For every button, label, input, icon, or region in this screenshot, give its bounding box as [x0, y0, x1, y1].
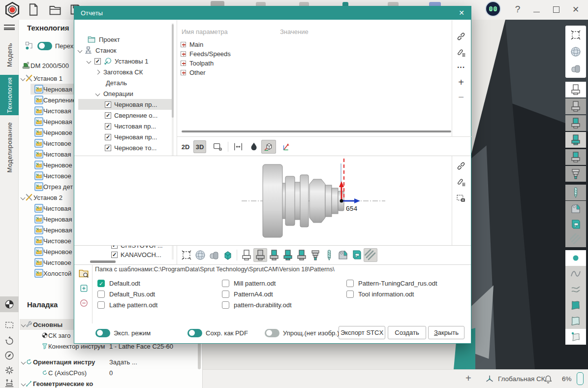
export-mode-toggle[interactable]: [95, 329, 110, 337]
naladka-group-orientation[interactable]: Ориентация инстру Задать ...: [22, 356, 98, 367]
template-remove-icon[interactable]: [79, 298, 89, 308]
dlg-tree-workpiece[interactable]: Заготовка СК: [96, 66, 143, 77]
help-button[interactable]: ?: [512, 3, 524, 16]
dlg-tree-setups[interactable]: Установы 1: [87, 56, 148, 66]
tree-hscrollbar[interactable]: [79, 260, 173, 263]
operation-row[interactable]: Черновая: [34, 116, 72, 127]
tool-item-white[interactable]: [565, 82, 586, 97]
surface-teal-white-button[interactable]: [565, 313, 586, 329]
chevron-down-icon[interactable]: [87, 59, 92, 64]
operation-row[interactable]: Черновое: [34, 246, 72, 257]
dlg-op-row[interactable]: Сверление о...: [105, 110, 157, 121]
dlg-op-row[interactable]: Черновое то...: [105, 142, 156, 153]
operation-row[interactable]: Черновая: [34, 225, 72, 235]
checkbox-unchecked[interactable]: [222, 291, 229, 298]
tool-item-teal-large[interactable]: [565, 132, 586, 148]
checkbox-checked[interactable]: [94, 58, 101, 65]
template-item[interactable]: pattern-durability.odt: [222, 300, 292, 310]
param-row[interactable]: Main: [181, 40, 203, 49]
chevron-down-icon[interactable]: [95, 91, 100, 96]
dialog-close-button[interactable]: ✕: [459, 9, 464, 17]
tool-teal-gray-icon[interactable]: [267, 248, 281, 262]
tool-stepped-icon[interactable]: [309, 248, 322, 262]
dlg-op-row[interactable]: Черновая пр...: [105, 99, 157, 110]
template-item[interactable]: Tool information.odt: [346, 289, 414, 299]
param-row[interactable]: Other: [181, 68, 206, 77]
tab-model[interactable]: Модель: [0, 38, 19, 72]
dlg-tree-project[interactable]: Проект: [87, 34, 120, 45]
operation-row[interactable]: Чистовое: [34, 257, 71, 268]
holder2-icon[interactable]: [350, 248, 364, 262]
snapshot-icon[interactable]: [455, 193, 467, 204]
create-button[interactable]: Создать: [388, 326, 426, 339]
expand-plus-icon[interactable]: [181, 51, 186, 57]
minimize-button[interactable]: [530, 3, 542, 16]
hatch-pattern-button[interactable]: [565, 231, 586, 247]
fit-icon[interactable]: [180, 248, 193, 262]
dimensions-icon[interactable]: [232, 140, 245, 153]
add-parameter-icon[interactable]: +: [455, 76, 467, 88]
cube-icon[interactable]: [221, 248, 235, 262]
link-icon[interactable]: [455, 160, 467, 172]
remove-parameter-icon[interactable]: −: [455, 91, 467, 103]
dlg-op-row[interactable]: Чистовая пр...: [105, 121, 156, 131]
point-marker-button[interactable]: [565, 250, 586, 266]
more-options-icon[interactable]: ···: [455, 62, 467, 73]
param-row[interactable]: Feeds/Speeds: [181, 49, 231, 59]
naladka-row-cs[interactable]: СК заго: [41, 330, 70, 341]
fit-view-button[interactable]: [565, 27, 586, 43]
dlg-op-row[interactable]: Черновая пр...: [105, 131, 157, 142]
param-hscrollbar[interactable]: [182, 130, 451, 132]
template-item[interactable]: Lathe pattern.odt: [97, 300, 157, 310]
naladka-row-axis[interactable]: C (AxisCPos) 0: [41, 367, 87, 378]
operation-row[interactable]: Чистовое: [34, 170, 71, 181]
template-item[interactable]: Pattern-TuningCard_rus.odt: [346, 278, 437, 288]
orientation-set-link[interactable]: Задать ...: [109, 358, 137, 366]
checkbox-checked[interactable]: [105, 112, 111, 119]
shading-droplet-icon[interactable]: [248, 140, 260, 153]
axes-view-icon[interactable]: [280, 140, 293, 153]
zoom-level[interactable]: 6%: [562, 375, 572, 383]
datum-tool-button[interactable]: [0, 296, 19, 312]
cube-axes-icon[interactable]: [261, 140, 276, 154]
checkbox-checked[interactable]: [105, 145, 111, 151]
checkbox-checked[interactable]: [105, 123, 111, 129]
template-item[interactable]: Default.odt: [97, 278, 140, 288]
rotate-view-button[interactable]: [0, 333, 19, 349]
operation-row[interactable]: Сверление: [34, 95, 76, 105]
new-document-button[interactable]: [27, 3, 40, 16]
part-preview[interactable]: G54: [74, 156, 451, 245]
operation-row[interactable]: Черновая: [34, 214, 72, 225]
selection-frame-button[interactable]: [0, 317, 19, 333]
operation-row[interactable]: Чистовое: [34, 235, 71, 246]
hatch-icon[interactable]: [364, 248, 377, 262]
drill-icon[interactable]: [322, 248, 336, 262]
checkbox-checked[interactable]: [105, 134, 111, 140]
main-menu-button[interactable]: [4, 25, 15, 30]
checkbox-checked[interactable]: [111, 252, 118, 258]
checkbox-unchecked[interactable]: [222, 301, 229, 309]
tool-item-stepped[interactable]: [565, 166, 586, 182]
checkbox-unchecked[interactable]: [222, 280, 229, 287]
checkbox-unchecked[interactable]: [97, 291, 105, 298]
assistant-robot-icon[interactable]: 0 0: [485, 1, 501, 17]
operation-row[interactable]: Черновая: [34, 84, 72, 95]
simplified-toggle[interactable]: [265, 329, 279, 337]
maximize-button[interactable]: [550, 3, 562, 16]
open-project-button[interactable]: [48, 3, 62, 17]
template-item[interactable]: PatternA4.odt: [222, 289, 273, 299]
expand-plus-icon[interactable]: [181, 42, 186, 47]
export-stcx-button[interactable]: Экспорт STCX: [339, 326, 385, 339]
dlg-tree-part[interactable]: Деталь: [106, 77, 127, 88]
axis-value[interactable]: 0: [109, 369, 113, 377]
tool-white-icon[interactable]: [240, 248, 253, 262]
transitions-toggle[interactable]: [37, 42, 52, 50]
chevron-right-icon[interactable]: [95, 69, 100, 74]
tool-item-drill[interactable]: [565, 185, 586, 200]
window-close-button[interactable]: ✕: [570, 3, 582, 16]
tool-teal-small-icon[interactable]: [295, 248, 309, 262]
add-plus-button[interactable]: +: [465, 373, 471, 384]
link-list-icon[interactable]: [455, 176, 467, 188]
operation-row[interactable]: Чистовая: [34, 105, 71, 116]
tool-item-teal-small[interactable]: [565, 149, 586, 165]
